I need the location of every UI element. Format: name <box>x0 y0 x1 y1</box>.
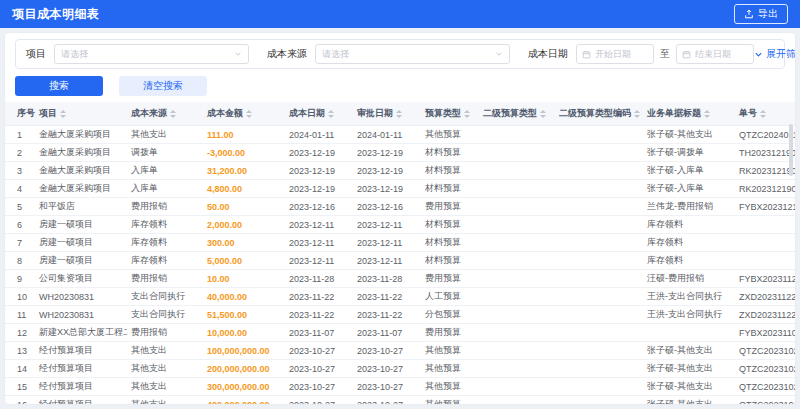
table-cell: 11 <box>5 306 35 324</box>
table-cell: 2023-12-19 <box>353 162 421 180</box>
table-cell: 库存领料 <box>127 252 203 270</box>
table-cell <box>555 396 643 405</box>
column-header[interactable]: 成本金额 <box>203 102 285 126</box>
table-cell: 张子硕-其他支出 <box>643 396 735 405</box>
table-cell: 金融大厦采购项目 <box>35 144 127 162</box>
table-cell: 分包预算 <box>421 306 479 324</box>
table-cell: 2023-12-11 <box>285 234 353 252</box>
cost-date-filter-label: 成本日期 <box>528 47 568 61</box>
table-cell: 张子硕-入库单 <box>643 162 735 180</box>
table-cell <box>555 126 643 144</box>
table-row: 9公司集资项目费用报销10.002023-11-282023-11-28费用预算… <box>5 270 795 288</box>
table-cell: 2023-12-11 <box>285 216 353 234</box>
start-date-input[interactable]: 开始日期 <box>576 44 654 64</box>
table-cell: 费用预算 <box>421 324 479 342</box>
table-cell <box>555 144 643 162</box>
table-cell: 13 <box>5 342 35 360</box>
column-header-label: 成本日期 <box>289 108 325 118</box>
table-cell: 张子硕-调拨单 <box>643 144 735 162</box>
column-header[interactable]: 业务单据标题 <box>643 102 735 126</box>
table-cell <box>643 324 735 342</box>
chevron-down-icon <box>495 50 503 58</box>
table-cell: 其他预算 <box>421 126 479 144</box>
content-card: 项目 请选择 成本来源 请选择 成本日期 <box>5 33 795 404</box>
expand-filter-link[interactable]: 展开筛选 <box>754 47 795 61</box>
column-header[interactable]: 预算类型 <box>421 102 479 126</box>
sort-icon[interactable] <box>464 110 470 118</box>
project-filter: 项目 请选择 <box>26 44 249 64</box>
column-header-label: 序号 <box>17 108 35 118</box>
table-cell: -3,000.00 <box>203 144 285 162</box>
sort-icon[interactable] <box>170 110 176 118</box>
sort-icon[interactable] <box>540 110 546 118</box>
sort-icon[interactable] <box>328 110 334 118</box>
table-cell: RK20231219002 <box>735 180 795 198</box>
search-button[interactable]: 搜索 <box>15 76 103 96</box>
column-header[interactable]: 二级预算类型编码 <box>555 102 643 126</box>
table-cell: 10 <box>5 288 35 306</box>
column-header[interactable]: 审批日期 <box>353 102 421 126</box>
sort-icon[interactable] <box>760 110 766 118</box>
scrollbar-thumb[interactable] <box>789 124 793 176</box>
export-icon <box>744 9 754 19</box>
table-scrollbar[interactable] <box>789 124 793 400</box>
table-row: 6房建一硕项目库存领料2,000.002023-12-112023-12-11材… <box>5 216 795 234</box>
export-button[interactable]: 导出 <box>734 4 788 24</box>
table-cell: FYBX20231216001 <box>735 198 795 216</box>
end-date-input[interactable]: 结束日期 <box>676 44 754 64</box>
table-row: 3金融大厦采购项目入库单31,200.002023-12-192023-12-1… <box>5 162 795 180</box>
column-header[interactable]: 成本日期 <box>285 102 353 126</box>
table-cell: 支出合同执行 <box>127 306 203 324</box>
table-cell <box>479 360 555 378</box>
table-cell: 2023-11-07 <box>285 324 353 342</box>
column-header[interactable]: 二级预算类型 <box>479 102 555 126</box>
cost-source-select[interactable]: 请选择 <box>315 44 510 64</box>
sort-icon[interactable] <box>634 110 640 118</box>
table-cell: ZXD20231122002 <box>735 288 795 306</box>
table-cell <box>555 216 643 234</box>
table-cell: 公司集资项目 <box>35 270 127 288</box>
table-cell: 2023-12-16 <box>353 198 421 216</box>
table-cell: TH20231219001 <box>735 144 795 162</box>
table-cell: 2023-12-11 <box>285 252 353 270</box>
column-header[interactable]: 单号 <box>735 102 795 126</box>
project-select[interactable]: 请选择 <box>54 44 249 64</box>
sort-icon[interactable] <box>246 110 252 118</box>
table-cell: 其他支出 <box>127 378 203 396</box>
column-header[interactable]: 成本来源 <box>127 102 203 126</box>
clear-search-button[interactable]: 清空搜索 <box>119 76 207 96</box>
table-cell: 支出合同执行 <box>127 288 203 306</box>
table-cell: 200,000,000.00 <box>203 360 285 378</box>
table-cell: 8 <box>5 252 35 270</box>
table-cell: 其他预算 <box>421 342 479 360</box>
table-cell: 张子硕-其他支出 <box>643 360 735 378</box>
table-cell <box>479 198 555 216</box>
chevron-down-icon <box>234 50 242 58</box>
table-cell <box>735 252 795 270</box>
table-row: 10WH20230831支出合同执行40,000.002023-11-22202… <box>5 288 795 306</box>
table-cell: 7 <box>5 234 35 252</box>
table-cell: 300,000,000.00 <box>203 378 285 396</box>
table-cell: 费用报销 <box>127 198 203 216</box>
table-cell <box>555 252 643 270</box>
sort-icon[interactable] <box>396 110 402 118</box>
sort-icon[interactable] <box>60 110 66 118</box>
sort-icon[interactable] <box>704 110 710 118</box>
column-header[interactable]: 项目 <box>35 102 127 126</box>
table-row: 11WH20230831支出合同执行51,500.002023-11-22202… <box>5 306 795 324</box>
table-cell: 10,000.00 <box>203 324 285 342</box>
table-cell: 100,000,000.00 <box>203 342 285 360</box>
table-cell: 费用报销 <box>127 324 203 342</box>
table-cell <box>555 270 643 288</box>
table-cell: 15 <box>5 378 35 396</box>
column-header[interactable]: 序号 <box>5 102 35 126</box>
table-cell: 其他预算 <box>421 378 479 396</box>
table-cell <box>735 216 795 234</box>
table-cell: 库存领料 <box>643 234 735 252</box>
table-cell: 张子硕-其他支出 <box>643 126 735 144</box>
table-cell: 300.00 <box>203 234 285 252</box>
table-cell: 40,000.00 <box>203 288 285 306</box>
table-row: 13经付预算项目其他支出100,000,000.002023-10-272023… <box>5 342 795 360</box>
table-cell: 2023-10-27 <box>353 378 421 396</box>
table-cell: 16 <box>5 396 35 405</box>
